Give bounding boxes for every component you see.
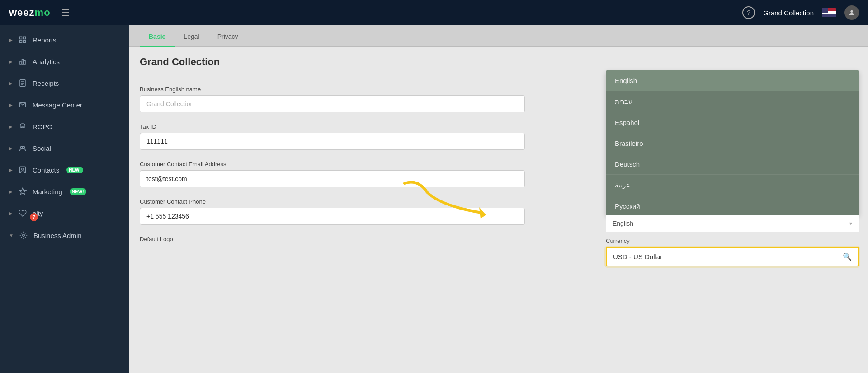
- nav-right-area: ? Grand Collection: [742, 5, 859, 20]
- sidebar-item-analytics[interactable]: ▶ Analytics: [0, 51, 129, 72]
- lang-option-brasileiro[interactable]: Brasileiro: [606, 133, 859, 154]
- currency-section: Currency USD - US Dollar 🔍: [606, 238, 859, 266]
- top-navigation: weezmo ☰ ? Grand Collection: [0, 0, 868, 25]
- svg-point-18: [23, 234, 25, 237]
- sidebar: ▶ Reports ▶ Analytics ▶ Receipts ▶: [0, 25, 129, 373]
- input-tax-id[interactable]: [140, 133, 525, 150]
- lang-option-arabic[interactable]: عربية: [606, 175, 859, 196]
- store-name-label: Grand Collection: [763, 9, 814, 17]
- sidebar-item-message-center[interactable]: ▶ Message Center: [0, 94, 129, 116]
- marketing-new-badge: NEW!: [70, 188, 86, 195]
- svg-rect-6: [22, 60, 24, 65]
- input-customer-contact-phone[interactable]: [140, 208, 525, 225]
- currency-label: Currency: [606, 238, 859, 244]
- arrow-icon-marketing: ▶: [9, 189, 13, 194]
- sidebar-item-contacts[interactable]: ▶ Contacts NEW!: [0, 159, 129, 181]
- message-icon: [18, 100, 27, 109]
- svg-rect-1: [19, 37, 22, 39]
- language-selected-value: English: [613, 220, 633, 227]
- lang-option-deutsch[interactable]: Deutsch: [606, 154, 859, 175]
- marketing-icon: [18, 187, 27, 196]
- chevron-down-icon: ▾: [849, 220, 852, 227]
- ropo-icon: [18, 122, 27, 131]
- input-customer-contact-email[interactable]: [140, 170, 525, 187]
- tabs-bar: Basic Legal Privacy: [129, 25, 868, 47]
- sidebar-item-receipts[interactable]: ▶ Receipts: [0, 72, 129, 94]
- analytics-icon: [18, 57, 27, 66]
- input-business-english-name[interactable]: [140, 95, 525, 112]
- lang-option-english[interactable]: English: [606, 70, 859, 91]
- sidebar-item-marketing[interactable]: ▶ Marketing NEW!: [0, 181, 129, 202]
- tab-privacy[interactable]: Privacy: [208, 28, 247, 47]
- social-icon: [18, 144, 27, 153]
- logo-mo: mo: [35, 7, 51, 18]
- language-select-box[interactable]: English ▾: [606, 215, 859, 232]
- field-customer-contact-email: Customer Contact Email Address: [140, 161, 525, 187]
- field-tax-id: Tax ID: [140, 123, 525, 150]
- svg-rect-4: [24, 41, 26, 43]
- tab-basic[interactable]: Basic: [140, 28, 175, 47]
- svg-rect-3: [19, 41, 22, 43]
- field-default-logo: Default Logo: [140, 236, 525, 242]
- sidebar-item-loyalty[interactable]: ▶ 7 alty: [0, 202, 129, 224]
- language-dropdown: English עברית Español Brasileiro Deutsch…: [606, 70, 859, 215]
- language-options-list: English עברית Español Brasileiro Deutsch…: [606, 70, 859, 215]
- label-default-logo: Default Logo: [140, 236, 525, 242]
- arrow-icon-contacts: ▶: [9, 168, 13, 173]
- svg-point-0: [850, 10, 853, 13]
- sidebar-item-reports[interactable]: ▶ Reports: [0, 29, 129, 51]
- tab-legal[interactable]: Legal: [175, 28, 208, 47]
- sidebar-label-message-center: Message Center: [33, 101, 82, 109]
- receipts-icon: [18, 79, 27, 88]
- page-title: Grand Collection: [129, 47, 868, 72]
- svg-rect-5: [20, 61, 21, 64]
- arrow-icon-social: ▶: [9, 146, 13, 151]
- currency-input-wrapper[interactable]: USD - US Dollar 🔍: [606, 247, 859, 266]
- user-avatar[interactable]: [844, 5, 859, 20]
- main-layout: ▶ Reports ▶ Analytics ▶ Receipts ▶: [0, 25, 868, 373]
- arrow-icon-business-admin: ▼: [9, 233, 14, 238]
- field-customer-contact-phone: Customer Contact Phone: [140, 198, 525, 225]
- arrow-icon-loyalty: ▶: [9, 211, 13, 216]
- currency-search-icon[interactable]: 🔍: [843, 252, 852, 261]
- loyalty-num-badge: 7: [30, 213, 38, 221]
- help-button[interactable]: ?: [742, 6, 755, 19]
- reports-icon: [18, 35, 27, 44]
- svg-rect-2: [24, 37, 26, 39]
- sidebar-item-social[interactable]: ▶ Social: [0, 137, 129, 159]
- business-admin-icon: [19, 231, 28, 240]
- contacts-icon: [18, 165, 27, 174]
- form-area: Business English name Tax ID Customer Co…: [129, 72, 536, 267]
- sidebar-label-marketing: Marketing: [33, 188, 62, 196]
- sidebar-label-reports: Reports: [33, 36, 57, 44]
- svg-point-16: [22, 168, 24, 170]
- sidebar-label-social: Social: [33, 145, 51, 152]
- arrow-icon-ropo: ▶: [9, 124, 13, 129]
- svg-point-14: [23, 146, 25, 149]
- lang-option-russian[interactable]: Русский: [606, 196, 859, 215]
- sidebar-label-receipts: Receipts: [33, 79, 59, 87]
- logo-area: weezmo ☰: [9, 7, 70, 19]
- label-customer-contact-phone: Customer Contact Phone: [140, 198, 525, 205]
- arrow-icon-reports: ▶: [9, 37, 13, 42]
- sidebar-label-ropo: ROPO: [33, 123, 52, 131]
- sidebar-label-business-admin: Business Admin: [33, 232, 82, 239]
- main-content: Basic Legal Privacy Grand Collection Bus…: [129, 25, 868, 373]
- right-panel: English עברית Español Brasileiro Deutsch…: [606, 70, 859, 266]
- arrow-icon-analytics: ▶: [9, 59, 13, 64]
- label-customer-contact-email: Customer Contact Email Address: [140, 161, 525, 168]
- sidebar-item-ropo[interactable]: ▶ ROPO: [0, 116, 129, 137]
- label-tax-id: Tax ID: [140, 123, 525, 130]
- app-logo: weezmo: [9, 7, 51, 19]
- currency-value: USD - US Dollar: [613, 253, 843, 261]
- arrow-icon-receipts: ▶: [9, 81, 13, 86]
- sidebar-item-business-admin[interactable]: ▼ Business Admin: [0, 224, 129, 246]
- loyalty-icon: 7: [18, 209, 27, 218]
- lang-option-hebrew[interactable]: עברית: [606, 91, 859, 112]
- contacts-new-badge: NEW!: [66, 167, 83, 173]
- sidebar-label-contacts: Contacts: [33, 166, 59, 174]
- label-business-english-name: Business English name: [140, 86, 525, 93]
- field-business-english-name: Business English name: [140, 86, 525, 112]
- lang-option-espanol[interactable]: Español: [606, 112, 859, 133]
- hamburger-menu[interactable]: ☰: [61, 7, 70, 18]
